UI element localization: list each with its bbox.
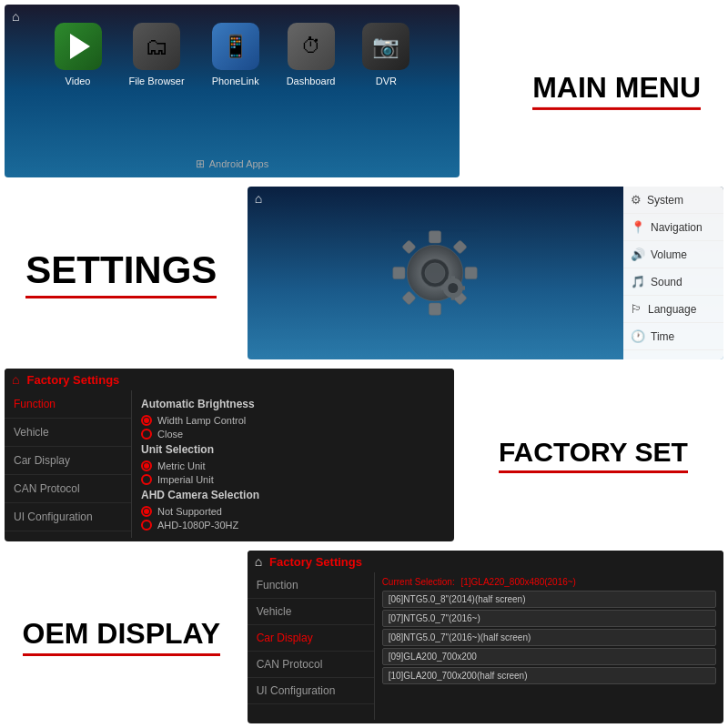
dashboard-icon-circle: ⏱	[288, 23, 335, 70]
ahd1080p-radio[interactable]	[141, 520, 152, 531]
factory-top-bar: ⌂ Factory Settings	[5, 369, 454, 390]
oem-top-bar: ⌂ Factory Settings	[248, 551, 723, 572]
menu-item-phonelink[interactable]: 📱 PhoneLink	[212, 23, 259, 86]
oem-list-item-2[interactable]: [08]NTG5.0_7"(2016~)(half screen)	[382, 629, 716, 646]
metric-option[interactable]: Metric Unit	[141, 460, 445, 471]
factory-title: Factory Settings	[26, 373, 119, 387]
metric-label: Metric Unit	[157, 460, 206, 471]
gear-icon	[385, 223, 485, 323]
close-radio[interactable]	[141, 429, 152, 440]
language-icon: 🏳	[631, 302, 642, 316]
navigation-label: Navigation	[651, 221, 703, 234]
oem-list-item-4[interactable]: [10]GLA200_700x200(half screen)	[382, 667, 716, 684]
oem-display-section: OEM DISPLAY ⌂ Factory Settings Function …	[0, 546, 728, 728]
phonelink-label: PhoneLink	[212, 76, 259, 86]
factory-body: Function Vehicle Car Display CAN Protoco…	[5, 390, 454, 538]
width-lamp-label: Width Lamp Control	[157, 415, 246, 426]
not-supported-option[interactable]: Not Supported	[141, 506, 445, 517]
factory-sidebar-vehicle[interactable]: Vehicle	[5, 419, 131, 447]
factory-sidebar-ui[interactable]: UI Configuration	[5, 503, 131, 531]
main-menu-heading: MAIN MENU	[532, 72, 701, 110]
settings-item-volume[interactable]: 🔊 Volume	[623, 241, 723, 268]
menu-icons-row: Video 🗂 File Browser 📱 PhoneLink ⏱ Dashb…	[5, 5, 460, 86]
settings-heading: SETTINGS	[25, 248, 217, 298]
svg-point-12	[449, 283, 459, 293]
svg-rect-3	[430, 231, 441, 243]
oem-sidebar: Function Vehicle Car Display CAN Protoco…	[248, 572, 375, 720]
current-selection-row: Current Selection: [1]GLA220_800x480(201…	[382, 577, 716, 587]
oem-screen: ⌂ Factory Settings Function Vehicle Car …	[248, 551, 723, 723]
svg-rect-4	[430, 303, 441, 315]
oem-list-item-3[interactable]: [09]GLA200_700x200	[382, 648, 716, 665]
settings-label-area: SETTINGS	[0, 182, 243, 364]
grid-icon: ⊞	[196, 157, 205, 170]
oem-content: Current Selection: [1]GLA220_800x480(201…	[375, 572, 723, 720]
width-lamp-option[interactable]: Width Lamp Control	[141, 415, 445, 426]
factory-home-icon[interactable]: ⌂	[12, 372, 19, 387]
dashboard-label: Dashboard	[287, 76, 336, 86]
close-label: Close	[157, 429, 183, 440]
svg-rect-16	[460, 286, 466, 289]
svg-rect-9	[402, 291, 417, 306]
oem-sidebar-vehicle[interactable]: Vehicle	[248, 599, 374, 625]
svg-point-2	[425, 263, 445, 283]
svg-rect-7	[402, 240, 417, 255]
settings-menu-panel: ⚙ System 📍 Navigation 🔊 Volume 🎵 Sound 🏳…	[623, 187, 723, 359]
width-lamp-radio[interactable]	[141, 415, 152, 426]
time-label: Time	[651, 330, 674, 343]
oem-sidebar-ui[interactable]: UI Configuration	[248, 678, 374, 704]
svg-rect-15	[441, 286, 447, 289]
system-label: System	[647, 194, 683, 207]
factory-sidebar-can[interactable]: CAN Protocol	[5, 475, 131, 503]
current-selection-value: [1]GLA220_800x480(2016~)	[460, 577, 576, 587]
factory-set-heading: FACTORY SET	[499, 437, 688, 473]
oem-home-icon[interactable]: ⌂	[255, 554, 262, 569]
phonelink-icon-circle: 📱	[212, 23, 259, 70]
menu-item-dvr[interactable]: 📷 DVR	[362, 23, 410, 86]
factory-set-label-area: FACTORY SET	[459, 364, 728, 546]
settings-item-sound[interactable]: 🎵 Sound	[623, 268, 723, 296]
auto-brightness-title: Automatic Brightness	[141, 398, 445, 410]
factory-set-section: ⌂ Factory Settings Function Vehicle Car …	[0, 364, 728, 546]
oem-body: Function Vehicle Car Display CAN Protoco…	[248, 572, 723, 720]
home-icon[interactable]: ⌂	[12, 9, 19, 24]
android-apps-bar[interactable]: ⊞ Android Apps	[196, 157, 268, 170]
settings-item-time[interactable]: 🕐 Time	[623, 323, 723, 350]
metric-radio[interactable]	[141, 460, 152, 471]
settings-item-system[interactable]: ⚙ System	[623, 187, 723, 214]
not-supported-label: Not Supported	[157, 506, 222, 517]
factory-sidebar-cardisplay[interactable]: Car Display	[5, 447, 131, 475]
android-apps-label: Android Apps	[209, 158, 268, 169]
dvr-icon-circle: 📷	[362, 23, 410, 70]
oem-sidebar-can[interactable]: CAN Protocol	[248, 652, 374, 678]
video-icon-circle	[55, 23, 102, 70]
time-icon: 🕐	[631, 329, 645, 343]
menu-item-video[interactable]: Video	[55, 23, 102, 86]
close-option[interactable]: Close	[141, 429, 445, 440]
imperial-radio[interactable]	[141, 474, 152, 485]
settings-screen: ⌂	[248, 187, 723, 359]
oem-list-item-1[interactable]: [07]NTG5.0_7"(2016~)	[382, 610, 716, 627]
factory-sidebar-function[interactable]: Function	[5, 390, 131, 419]
system-icon: ⚙	[631, 193, 642, 207]
factory-sidebar: Function Vehicle Car Display CAN Protoco…	[5, 390, 132, 538]
navigation-icon: 📍	[631, 220, 645, 234]
settings-gear-area	[248, 187, 623, 359]
dvr-label: DVR	[376, 76, 397, 86]
oem-sidebar-cardisplay[interactable]: Car Display	[248, 625, 374, 652]
current-selection-label: Current Selection:	[382, 577, 455, 587]
imperial-option[interactable]: Imperial Unit	[141, 474, 445, 485]
oem-sidebar-function[interactable]: Function	[248, 572, 374, 599]
menu-item-filebrowser[interactable]: 🗂 File Browser	[129, 23, 185, 86]
settings-item-language[interactable]: 🏳 Language	[623, 296, 723, 323]
svg-rect-14	[451, 295, 455, 300]
oem-list-item-0[interactable]: [06]NTG5.0_8"(2014)(half screen)	[382, 591, 716, 608]
factory-screen: ⌂ Factory Settings Function Vehicle Car …	[5, 369, 454, 541]
ahd-title: AHD Camera Selection	[141, 489, 445, 501]
not-supported-radio[interactable]	[141, 506, 152, 517]
factory-content: Automatic Brightness Width Lamp Control …	[132, 390, 454, 538]
settings-home-icon[interactable]: ⌂	[255, 191, 262, 206]
ahd1080p-option[interactable]: AHD-1080P-30HZ	[141, 520, 445, 531]
menu-item-dashboard[interactable]: ⏱ Dashboard	[287, 23, 336, 86]
settings-item-navigation[interactable]: 📍 Navigation	[623, 214, 723, 241]
